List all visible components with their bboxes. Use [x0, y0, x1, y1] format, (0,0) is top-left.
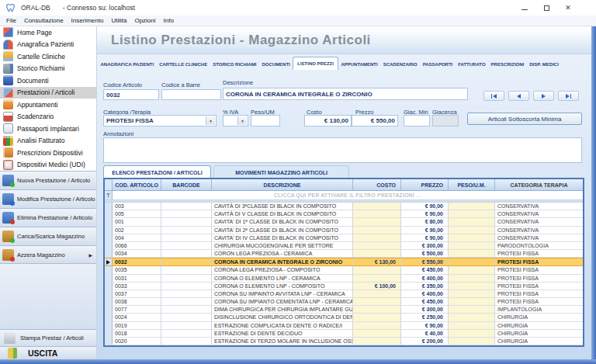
- sidebar-item-passaporti-implantari[interactable]: Passaporti Implantari: [0, 123, 96, 135]
- giac-min-field[interactable]: [404, 115, 430, 127]
- uscita-button[interactable]: USCITA: [0, 346, 96, 359]
- cell-descrizione: CORON LEGA PREZIOSA - CERAMICA: [212, 250, 353, 257]
- minimize-button[interactable]: [514, 0, 535, 16]
- cell-cod-articolo: 002: [113, 227, 161, 234]
- tab-cartelle-cliniche[interactable]: CARTELLE CLINICHE: [157, 59, 210, 70]
- prezzo-field[interactable]: € 550,00: [352, 115, 398, 127]
- row-indicator: [105, 218, 113, 225]
- sidebar: Home PageAnagrafica PazientiCartelle Cli…: [0, 26, 97, 359]
- azzera-magazzino-button[interactable]: Azzera Magazzino▶: [0, 245, 96, 264]
- cell-cod-articolo: 004: [113, 234, 161, 241]
- sidebar-item-dispositivi-medici-udi-[interactable]: Dispositivi Medici (UDI): [0, 159, 96, 172]
- table-row-0019[interactable]: 0019ESTRAZIONE COMPLICATA DI DENTE O RAD…: [105, 322, 583, 330]
- elimina-prestazione-articolo-button[interactable]: Elimina Prestazione / Articolo: [0, 208, 96, 227]
- codice-articolo-field[interactable]: 0032: [103, 89, 159, 100]
- peso-field[interactable]: [251, 115, 280, 127]
- table-row-0077[interactable]: 0077DIMA CHIRURGICA PER CHIRURGIA IMPLAN…: [105, 306, 583, 314]
- codice-articolo-label: Codice Articolo: [103, 81, 142, 88]
- iva-dropdown-icon[interactable]: ▼: [237, 116, 247, 125]
- articoli-sottoscorta-button[interactable]: Articoli Sottoscorta Minima: [467, 113, 582, 125]
- sidebar-item-appuntamenti[interactable]: Appuntamenti: [0, 99, 96, 111]
- tab-anagrafica-pazienti[interactable]: ANAGRAFICA PAZIENTI: [98, 59, 157, 70]
- menu-utilità[interactable]: Utilità: [107, 17, 130, 24]
- maximize-button[interactable]: [535, 0, 557, 16]
- table-row-005[interactable]: 005CAVITÀ DI V CLASSE DI BLACK IN COMPOS…: [105, 210, 583, 218]
- main-panel: Listino Prestazioni - Magazzino Articoli…: [97, 26, 591, 359]
- column-header-barcode[interactable]: BARCODE: [161, 179, 212, 190]
- tab-documenti[interactable]: DOCUMENTI: [259, 59, 293, 70]
- column-header-cod-articolo[interactable]: COD. ARTICOLO: [113, 179, 161, 190]
- menu-info[interactable]: Info: [160, 17, 178, 24]
- categoria-select[interactable]: PROTESI FISSA ▼: [103, 115, 217, 127]
- menu-opzioni[interactable]: Opzioni: [130, 17, 159, 24]
- menu-file[interactable]: File: [2, 17, 20, 24]
- sidebar-item-prestazioni-articoli[interactable]: Prestazioni / Articoli: [0, 87, 96, 99]
- table-row-003[interactable]: 003CAVITÀ DI 3ªCLASSE DI BLACK IN COMPOS…: [105, 203, 583, 210]
- last-record-button[interactable]: [558, 91, 579, 101]
- cell-categoria: CONSERVATIVA: [495, 203, 583, 210]
- iva-select[interactable]: ▼: [223, 115, 248, 127]
- subtab-elenco-prestazioni[interactable]: ELENCO PRESTAZIONI / ARTICOLI: [103, 165, 211, 179]
- sidebar-item-documenti[interactable]: Documenti: [0, 75, 96, 87]
- table-row-0020[interactable]: 0020ESTRAZIONE DI TERZO MOLARE IN INCLUS…: [105, 338, 583, 345]
- column-header-costo[interactable]: COSTO: [353, 179, 401, 190]
- cell-descrizione: CAVITA' DI 2ª CLASSE DI BLACK IN COMPOSI…: [212, 227, 353, 234]
- table-row-0031[interactable]: 0031CORONA O ELEMENTO LNP - CERAMICA€ 40…: [105, 275, 583, 283]
- stampa-prestaz-articoli-button[interactable]: Stampa Prestaz / Articoli: [0, 329, 96, 346]
- tab-fatturato[interactable]: FATTURATO: [456, 59, 488, 70]
- table-row-0037[interactable]: 0037CORONA SU IMPAINTO AVVITATA LNP - CE…: [105, 290, 583, 298]
- grid-filter-row[interactable]: CLICCA QUI PER ATTIVARE IL FILTRO PRESTA…: [105, 191, 583, 200]
- table-row-004[interactable]: 004CAVITA' DI IV CLASSE DI BLACK IN COMP…: [105, 234, 583, 242]
- sidebar-item-anagrafica-pazienti[interactable]: Anagrafica Pazienti: [0, 39, 96, 51]
- tab-storico-richiami[interactable]: STORICO RICHIAMI: [210, 59, 259, 70]
- categoria-dropdown-icon[interactable]: ▼: [206, 116, 215, 125]
- codice-barre-field[interactable]: [161, 89, 221, 100]
- sidebar-item-cartelle-cliniche[interactable]: Cartelle Cliniche: [0, 50, 96, 63]
- first-record-button[interactable]: [483, 91, 504, 101]
- close-button[interactable]: ✕: [557, 0, 579, 16]
- annotazioni-textarea[interactable]: [103, 137, 582, 163]
- table-row-0024[interactable]: 0024DISINCLUSIONE CHIRURGICO ORTODONTICA…: [105, 314, 583, 321]
- tab-disp-medici[interactable]: DISP. MEDICI: [527, 59, 562, 70]
- tab-listino-prezzi[interactable]: LISTINO PREZZI: [293, 57, 338, 70]
- descrizione-field[interactable]: CORONA IN CERAMICA INTEGRALE O ZIRCONIO: [223, 88, 468, 100]
- sidebar-item-label: Scadenzario: [17, 113, 54, 120]
- column-header-descrizione[interactable]: DESCRIZIONE: [212, 179, 353, 190]
- table-row-002[interactable]: 002CAVITA' DI 2ª CLASSE DI BLACK IN COMP…: [105, 227, 583, 234]
- next-record-button[interactable]: [533, 91, 554, 101]
- cell-prezzo: € 550,00: [401, 258, 449, 265]
- sidebar-item-prescrizioni-dispositivi[interactable]: Prescrizioni Dispositivi: [0, 147, 96, 159]
- previous-record-button[interactable]: [508, 91, 529, 101]
- sidebar-item-home-page[interactable]: Home Page: [0, 26, 96, 39]
- menu-inserimento[interactable]: Inserimento: [68, 17, 108, 24]
- table-row-0033[interactable]: 0033CORONA O ELEMENTO LNP - COMPOSITO€ 1…: [105, 283, 583, 290]
- row-indicator: [105, 250, 113, 257]
- stampa-label: Stampa Prestaz / Articoli: [20, 335, 84, 341]
- tab-passaporti[interactable]: PASSAPORTI: [420, 59, 456, 70]
- modifica-prestazione-articolo-button[interactable]: Modifica Prestazione / Articolo: [0, 189, 96, 208]
- annotazioni-label: Annotazioni: [103, 130, 133, 137]
- table-row-0038[interactable]: 0038CORONA SU IMPIANTO CEMENTATA LNP - C…: [105, 298, 583, 306]
- edit-item-icon: [2, 193, 14, 205]
- costo-field[interactable]: € 130,00: [304, 115, 352, 127]
- table-row-0066[interactable]: 0066CHIRURGIA MUCOGENGIVALE PER SETTORE€…: [105, 242, 583, 250]
- sidebar-item-analisi-fatturato[interactable]: Analisi Fatturato: [0, 135, 96, 147]
- column-header-prezzo[interactable]: PREZZO: [401, 179, 449, 190]
- table-row-0032[interactable]: 0032CORONA IN CERAMICA INTEGRALE O ZIRCO…: [105, 258, 583, 266]
- table-row-0018[interactable]: 0018ESTRAZIONE DI DENTE DECIDUO€ 40,00CH…: [105, 330, 583, 338]
- column-header-categoria-terapia[interactable]: CATEGORIA TERAPIA: [495, 179, 583, 190]
- sidebar-item-scadenzario[interactable]: Scadenzario: [0, 111, 96, 123]
- table-row-0034[interactable]: 0034CORON LEGA PREZIOSA - CERAMICA€ 500,…: [105, 250, 583, 258]
- carica-scarica-magazzino-button[interactable]: Carica/Scarica Magazzino: [0, 227, 96, 245]
- menu-consultazione[interactable]: Consultazione: [20, 17, 68, 24]
- tab-appuntamenti[interactable]: APPUNTAMENTI: [338, 59, 380, 70]
- nuova-prestazione-articolo-button[interactable]: Nuova Prestazione / Articolo: [0, 171, 96, 189]
- column-header-peso-u-m-[interactable]: PESO/U.M.: [449, 179, 495, 190]
- app-window: ORAL-DB - Connesso su: localhost ✕ FileC…: [0, 0, 596, 364]
- sidebar-item-storico-richiami[interactable]: Storico Richiami: [0, 63, 96, 75]
- table-row-001[interactable]: 001CAVITA' DI 1ª CLASSE DI BLACK IN COMP…: [105, 218, 583, 226]
- tab-scadenzario[interactable]: SCADENZARIO: [380, 59, 420, 70]
- subtab-movimenti-magazzino[interactable]: MOVIMENTI MAGAZZINO ARTICOLI: [213, 165, 349, 179]
- table-row-0035[interactable]: 0035CORONA LEGA PREZIOSA - COMPOSITO€ 45…: [105, 266, 583, 274]
- tab-prescrizioni[interactable]: PRESCRIZIONI: [488, 59, 527, 70]
